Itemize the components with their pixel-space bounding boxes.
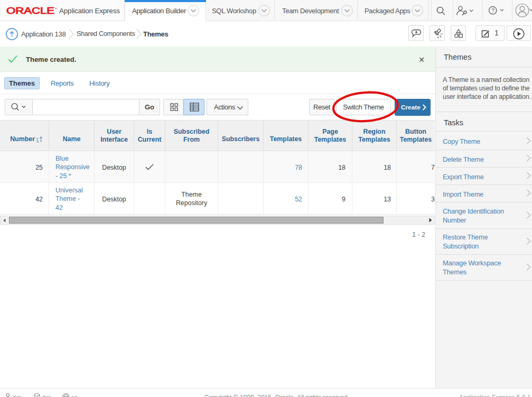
svg-text:ORACLE: ORACLE	[6, 6, 54, 15]
svg-text:?: ?	[491, 7, 494, 14]
